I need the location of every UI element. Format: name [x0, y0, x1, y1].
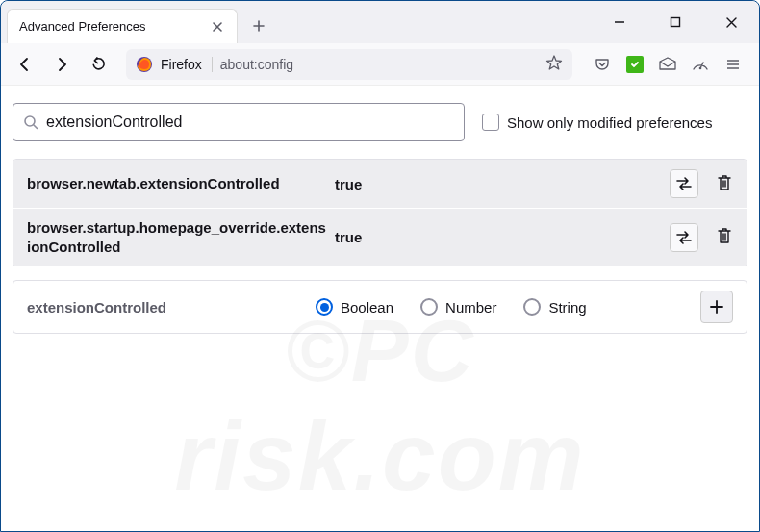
modified-label: Show only modified preferences [507, 114, 712, 131]
search-value: extensionControlled [46, 114, 182, 131]
menu-button[interactable] [722, 54, 744, 75]
url-bar[interactable]: Firefox about:config [126, 49, 572, 80]
pref-row[interactable]: browser.newtab.extensionControlled true [13, 160, 747, 209]
radio-label: String [548, 299, 586, 316]
show-modified-checkbox[interactable]: Show only modified preferences [482, 114, 712, 131]
watermark-line2: risk.com [174, 402, 585, 510]
search-row: extensionControlled Show only modified p… [13, 103, 747, 141]
tabs-area: Advanced Preferences [1, 1, 599, 43]
identity-label: Firefox [161, 57, 213, 72]
new-pref-name: extensionControlled [27, 299, 316, 316]
pocket-icon[interactable] [592, 54, 613, 75]
type-radio-group: Boolean Number String [316, 298, 700, 316]
about-config-content: extensionControlled Show only modified p… [1, 86, 759, 531]
delete-button[interactable] [716, 226, 733, 248]
minimize-button[interactable] [599, 1, 640, 43]
back-button[interactable] [9, 48, 41, 81]
delete-button[interactable] [716, 173, 733, 195]
url-text: about:config [220, 57, 538, 72]
new-tab-button[interactable] [243, 9, 274, 43]
maximize-button[interactable] [655, 1, 696, 43]
window-controls [599, 1, 759, 43]
mail-icon[interactable] [657, 54, 678, 75]
radio-icon [420, 298, 438, 316]
radio-label: Boolean [341, 299, 393, 316]
pref-value: true [335, 229, 670, 245]
pref-value: true [335, 176, 670, 192]
pref-actions [670, 223, 733, 252]
radio-icon [523, 298, 541, 316]
svg-rect-1 [671, 18, 680, 27]
radio-label: Number [445, 299, 496, 316]
new-preference-row: extensionControlled Boolean Number Strin… [13, 280, 747, 334]
radio-icon [316, 298, 333, 316]
toolbar-icons [584, 54, 751, 75]
tab-label: Advanced Preferences [19, 19, 210, 34]
titlebar: Advanced Preferences [1, 1, 759, 43]
svg-line-8 [34, 125, 38, 129]
firefox-logo-icon [136, 56, 153, 73]
radio-boolean[interactable]: Boolean [316, 298, 393, 316]
preference-list: browser.newtab.extensionControlled true … [13, 159, 747, 266]
forward-button[interactable] [45, 48, 78, 81]
radio-string[interactable]: String [523, 298, 586, 316]
pref-actions [670, 169, 733, 198]
navigation-toolbar: Firefox about:config [1, 43, 759, 86]
add-preference-button[interactable] [700, 291, 733, 323]
close-tab-button[interactable] [210, 19, 225, 35]
toggle-button[interactable] [670, 169, 698, 198]
toggle-button[interactable] [670, 223, 698, 252]
checkbox-icon [482, 114, 499, 131]
close-window-button[interactable] [711, 1, 751, 43]
svg-point-3 [699, 66, 702, 69]
extension-icon[interactable] [624, 54, 646, 75]
search-input[interactable]: extensionControlled [13, 103, 465, 141]
pref-name: browser.newtab.extensionControlled [27, 174, 335, 193]
browser-window: Advanced Preferences [0, 0, 760, 532]
speed-icon[interactable] [690, 54, 711, 75]
tab-advanced-preferences[interactable]: Advanced Preferences [7, 9, 238, 43]
reload-button[interactable] [82, 48, 114, 81]
pref-row[interactable]: browser.startup.homepage_override.extens… [13, 209, 747, 266]
bookmark-star-icon[interactable] [545, 54, 563, 74]
pref-name: browser.startup.homepage_override.extens… [27, 218, 335, 256]
search-icon [23, 114, 38, 130]
radio-number[interactable]: Number [420, 298, 496, 316]
